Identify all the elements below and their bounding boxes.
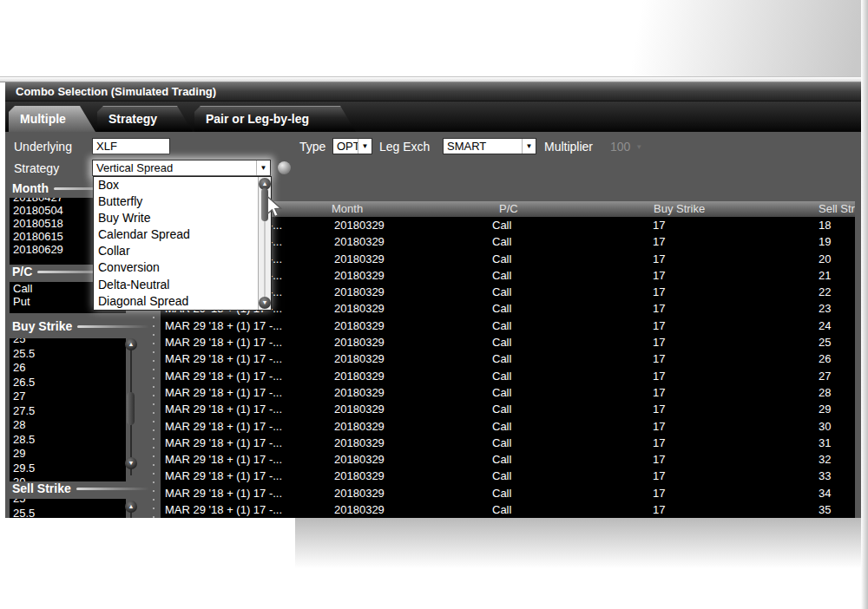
type-dropdown-arrow-icon[interactable]: ▼	[358, 139, 372, 154]
list-item[interactable]: 25.5	[10, 347, 126, 362]
cell-pc: Call	[492, 334, 511, 350]
cell-pc: Call	[492, 300, 511, 317]
buy-strike-scrollbar[interactable]: ▲ ▼	[124, 338, 138, 481]
list-item[interactable]: 27.5	[10, 404, 126, 419]
list-item[interactable]: 25	[10, 338, 126, 347]
strategy-options: BoxButterflyBuy WriteCalendar SpreadColl…	[94, 177, 259, 310]
list-item[interactable]: 25	[10, 499, 126, 507]
table-row[interactable]: MAR 29 '18 + (1) 17 -...20180329Call1729	[161, 401, 855, 417]
column-header-pc[interactable]: P/C	[499, 201, 518, 217]
table-row[interactable]: MAR 29 '18 + (1) 17 -...20180329Call1727	[161, 368, 855, 384]
column-header-buy-strike[interactable]: Buy Strike	[654, 201, 705, 217]
cell-buy-strike: 17	[653, 368, 665, 384]
cell-buy-strike: 17	[653, 485, 665, 501]
leg-exch-label: Leg Exch	[379, 140, 430, 154]
cell-sell-strike: 23	[819, 300, 831, 317]
table-row[interactable]: MAR 29 '18 + (1) 17 -...20180329Call1733	[161, 468, 855, 484]
leg-exch-value: SMART	[447, 140, 486, 153]
cell-month: 20180329	[334, 318, 385, 334]
cell-pc: Call	[492, 350, 511, 367]
list-item[interactable]: 29.5	[10, 462, 126, 476]
buy-strike-list[interactable]: 2525.52626.52727.52828.52929.530	[10, 338, 126, 481]
cell-pc: Call	[492, 501, 511, 518]
cell-month: 20180329	[334, 418, 385, 435]
strategy-option[interactable]: Delta-Neutral	[94, 277, 259, 293]
list-item[interactable]: 27	[10, 390, 126, 404]
strategy-option[interactable]: Diagonal Spread	[94, 293, 259, 310]
sell-strike-list[interactable]: 2525.5	[10, 499, 126, 518]
leg-exch-select[interactable]: SMART ▼	[443, 138, 536, 154]
window-titlebar: Combo Selection (Simulated Trading)	[5, 82, 861, 102]
strategy-option[interactable]: Conversion	[94, 259, 259, 276]
strategy-dropdown-list: BoxButterflyBuy WriteCalendar SpreadColl…	[93, 176, 272, 311]
cell-sell-strike: 25	[819, 334, 831, 350]
strategy-option[interactable]: Collar	[94, 243, 259, 259]
table-row[interactable]: MAR 29 '18 + (1) 17 -...20180329Call1728	[161, 384, 855, 401]
list-item[interactable]: 30	[10, 475, 126, 481]
scroll-up-icon[interactable]: ▲	[125, 338, 137, 350]
table-row[interactable]: MAR 29 '18 + (1) 17 -...20180329Call1726	[161, 350, 855, 367]
underlying-input[interactable]: XLF	[92, 138, 170, 154]
scroll-down-icon[interactable]: ▼	[259, 297, 271, 309]
table-row[interactable]: MAR 29 '18 + (1) 17 -...20180329Call1724	[161, 318, 855, 334]
sell-strike-scrollbar[interactable]: ▲	[124, 500, 138, 518]
strategy-select[interactable]: Vertical Spread ▼	[92, 160, 271, 176]
cell-buy-strike: 17	[653, 267, 665, 284]
type-select[interactable]: OPT ▼	[332, 138, 372, 154]
cell-combo-description: MAR 29 '18 + (1) 17 -...	[165, 468, 282, 484]
list-item[interactable]: 25.5	[10, 507, 126, 519]
tab-pair-or-leg-by-leg[interactable]: Pair or Leg-by-leg	[194, 106, 356, 132]
cell-pc: Call	[492, 267, 511, 284]
cell-sell-strike: 24	[819, 318, 831, 334]
cell-pc: Call	[492, 435, 511, 451]
cell-buy-strike: 17	[653, 334, 665, 350]
help-icon[interactable]	[278, 161, 291, 174]
cell-month: 20180329	[334, 350, 385, 367]
cell-buy-strike: 17	[653, 468, 665, 484]
cell-sell-strike: 20	[819, 251, 831, 267]
scroll-thumb[interactable]	[127, 392, 135, 425]
strategy-option[interactable]: Butterfly	[94, 193, 259, 210]
strategy-dropdown-arrow-icon[interactable]: ▼	[256, 160, 270, 175]
cell-month: 20180329	[334, 384, 385, 401]
cell-combo-description: MAR 29 '18 + (1) 17 -...	[165, 368, 282, 384]
cell-pc: Call	[492, 233, 511, 250]
window-title: Combo Selection (Simulated Trading)	[16, 85, 216, 98]
cell-combo-description: MAR 29 '18 + (1) 17 -...	[165, 401, 282, 417]
page-right-edge	[861, 0, 868, 609]
table-row[interactable]: MAR 29 '18 + (1) 17 -...20180329Call1725	[161, 334, 855, 350]
strategy-option[interactable]: Box	[94, 177, 259, 193]
cursor-icon	[266, 196, 283, 219]
tab-strategy[interactable]: Strategy	[97, 106, 193, 132]
scroll-up-icon[interactable]: ▲	[125, 501, 137, 513]
leg-exch-dropdown-arrow-icon[interactable]: ▼	[522, 139, 536, 154]
scroll-down-icon[interactable]: ▼	[125, 457, 137, 469]
list-item[interactable]: 29	[10, 447, 126, 462]
column-header-month[interactable]: Month	[332, 201, 363, 217]
strategy-option[interactable]: Buy Write	[94, 210, 259, 226]
table-row[interactable]: MAR 29 '18 + (1) 17 -...20180329Call1732	[161, 451, 855, 468]
list-item[interactable]: 26	[10, 361, 126, 376]
cell-sell-strike: 28	[819, 384, 831, 401]
cell-month: 20180329	[334, 435, 385, 451]
tab-bar: Multiple Strategy Pair or Leg-by-leg	[5, 102, 861, 132]
column-header-sell-strike[interactable]: Sell Strike	[819, 201, 855, 217]
cell-buy-strike: 17	[653, 284, 665, 300]
strategy-option[interactable]: Calendar Spread	[94, 226, 259, 243]
cell-buy-strike: 17	[653, 318, 665, 334]
cell-sell-strike: 21	[819, 267, 831, 284]
cell-buy-strike: 17	[653, 401, 665, 417]
table-row[interactable]: MAR 29 '18 + (1) 17 -...20180329Call1731	[161, 435, 855, 451]
table-row[interactable]: MAR 29 '18 + (1) 17 -...20180329Call1734	[161, 485, 855, 501]
buy-strike-header-rule	[77, 325, 149, 328]
page-corner-shade	[488, 0, 861, 76]
cell-month: 20180329	[334, 251, 385, 267]
list-item[interactable]: 26.5	[10, 376, 126, 390]
cell-buy-strike: 17	[653, 217, 665, 233]
table-row[interactable]: MAR 29 '18 + (1) 17 -...20180329Call1735	[161, 501, 855, 518]
cell-sell-strike: 34	[819, 485, 831, 501]
tab-multiple[interactable]: Multiple	[9, 106, 95, 132]
list-item[interactable]: 28.5	[10, 433, 126, 448]
table-row[interactable]: MAR 29 '18 + (1) 17 -...20180329Call1730	[161, 418, 855, 435]
list-item[interactable]: 28	[10, 418, 126, 433]
